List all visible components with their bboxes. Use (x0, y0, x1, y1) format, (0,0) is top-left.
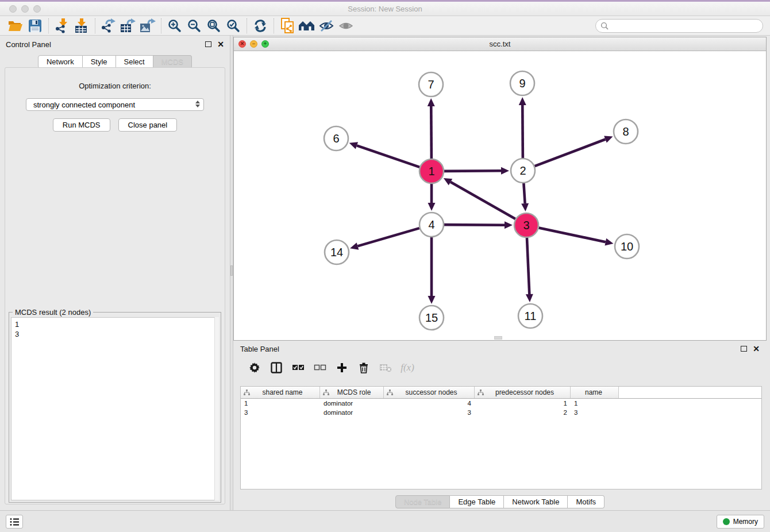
task-list-icon (10, 518, 20, 526)
table-settings-icon[interactable] (247, 361, 262, 375)
node-table[interactable]: shared name MCDS role successor nodes pr… (240, 386, 762, 489)
open-session-icon[interactable] (6, 17, 25, 34)
graph-node-label: 11 (525, 310, 537, 322)
close-table-panel-icon[interactable]: ✕ (753, 345, 760, 353)
cell-predecessor-nodes[interactable]: 2 (475, 409, 571, 416)
graph-node-label: 1 (428, 165, 434, 178)
tab-style[interactable]: Style (83, 55, 116, 68)
duplicate-network-icon[interactable] (278, 17, 297, 34)
close-panel-icon[interactable]: ✕ (217, 40, 224, 48)
cell-successor-nodes[interactable]: 4 (384, 400, 475, 407)
titlebar: Session: New Session (0, 2, 770, 16)
tab-node-table[interactable]: Node Table (395, 495, 451, 508)
maximize-window-button[interactable] (33, 5, 41, 13)
column-header-mcds-role[interactable]: MCDS role (320, 387, 384, 398)
table-tabs: Node Table Edge Table Network Table Moti… (233, 495, 767, 508)
zoom-in-icon[interactable] (165, 17, 184, 34)
network-canvas[interactable]: 1234678910111415 (234, 51, 766, 340)
column-header-predecessor-nodes[interactable]: predecessor nodes (475, 387, 571, 398)
application-window: Session: New Session (0, 0, 770, 532)
table-row[interactable]: 3 dominator 3 2 3 (241, 408, 761, 417)
hide-selected-icon[interactable] (317, 17, 336, 34)
delete-table-icon[interactable] (378, 361, 393, 375)
mcds-result-text[interactable]: 1 3 (11, 317, 219, 500)
show-all-columns-icon[interactable] (291, 361, 306, 375)
save-session-icon[interactable] (25, 17, 45, 34)
first-neighbors-icon[interactable] (297, 17, 317, 34)
status-bar: Memory (0, 510, 770, 532)
import-network-icon[interactable] (52, 17, 72, 34)
control-panel: Control Panel ✕ Network Style Select MCD… (0, 36, 230, 510)
export-network-icon[interactable] (99, 17, 118, 34)
search-field[interactable] (595, 19, 763, 33)
network-graph[interactable]: 1234678910111415 (234, 51, 766, 340)
close-window-button[interactable] (9, 5, 17, 13)
table-row[interactable]: 1 dominator 4 1 1 (241, 399, 761, 408)
tab-edge-table[interactable]: Edge Table (450, 495, 504, 508)
tab-network[interactable]: Network (38, 55, 83, 68)
float-table-panel-icon[interactable] (741, 346, 747, 352)
graph-node-label: 15 (425, 311, 438, 324)
graph-node-label: 6 (333, 132, 339, 145)
attribute-icon (323, 390, 329, 396)
graph-node-label: 10 (621, 240, 633, 253)
main-toolbar (0, 16, 770, 36)
cell-name[interactable]: 3 (571, 409, 619, 416)
cell-mcds-role[interactable]: dominator (320, 409, 384, 416)
search-input[interactable] (609, 22, 763, 30)
tab-mcds[interactable]: MCDS (153, 55, 192, 68)
export-image-icon[interactable] (138, 17, 157, 34)
tab-select[interactable]: Select (116, 55, 153, 68)
run-mcds-button[interactable]: Run MCDS (53, 118, 110, 132)
cell-shared-name[interactable]: 1 (241, 400, 320, 407)
column-header-successor-nodes[interactable]: successor nodes (384, 387, 475, 398)
column-header-name[interactable]: name (571, 387, 619, 398)
show-all-icon[interactable] (336, 17, 356, 34)
function-builder-icon[interactable]: f(x) (400, 361, 415, 375)
hide-all-columns-icon[interactable] (313, 361, 328, 375)
add-column-icon[interactable] (334, 361, 349, 375)
table-panel: Table Panel ✕ (233, 341, 767, 510)
cell-successor-nodes[interactable]: 3 (384, 409, 475, 416)
toolbar-separator (95, 18, 95, 33)
zoom-fit-icon[interactable] (204, 17, 224, 34)
task-history-button[interactable] (6, 515, 23, 529)
criterion-select[interactable]: strongly connected component (26, 98, 204, 111)
close-network-button[interactable]: ✕ (238, 40, 246, 48)
memory-status-icon (723, 518, 730, 525)
close-panel-button[interactable]: Close panel (118, 118, 178, 132)
float-panel-icon[interactable] (205, 41, 211, 47)
toolbar-separator (274, 18, 274, 33)
tab-motifs[interactable]: Motifs (568, 495, 605, 508)
minimize-network-button[interactable]: − (250, 40, 257, 48)
memory-button[interactable]: Memory (717, 515, 764, 529)
attribute-icon (244, 390, 250, 396)
control-panel-title: Control Panel (6, 40, 205, 49)
canvas-resize-grip[interactable] (494, 336, 502, 340)
column-view-icon[interactable] (269, 361, 284, 375)
graph-node-label: 7 (428, 78, 434, 91)
zoom-out-icon[interactable] (184, 17, 204, 34)
window-controls (9, 5, 41, 13)
result-scrollbar[interactable] (214, 317, 219, 500)
export-table-icon[interactable] (118, 17, 138, 34)
delete-column-icon[interactable] (356, 361, 371, 375)
cell-name[interactable]: 1 (571, 400, 619, 407)
network-title: scc.txt (234, 40, 766, 48)
zoom-selected-icon[interactable] (224, 17, 243, 34)
import-table-icon[interactable] (72, 17, 91, 34)
network-window-titlebar[interactable]: ✕ − + scc.txt (234, 37, 766, 51)
tab-network-table[interactable]: Network Table (504, 495, 568, 508)
minimize-window-button[interactable] (21, 5, 29, 13)
cell-predecessor-nodes[interactable]: 1 (475, 400, 571, 407)
memory-label: Memory (733, 518, 758, 526)
graph-node-label: 3 (523, 219, 529, 232)
divider-grip[interactable] (230, 265, 233, 276)
refresh-layout-icon[interactable] (251, 17, 270, 34)
cell-mcds-role[interactable]: dominator (320, 400, 384, 407)
column-header-shared-name[interactable]: shared name (241, 387, 320, 398)
maximize-network-button[interactable]: + (261, 40, 269, 48)
cell-shared-name[interactable]: 3 (241, 409, 320, 416)
graph-node-label: 9 (519, 77, 525, 90)
mcds-result-groupbox: MCDS result (2 nodes) 1 3 (9, 312, 221, 503)
